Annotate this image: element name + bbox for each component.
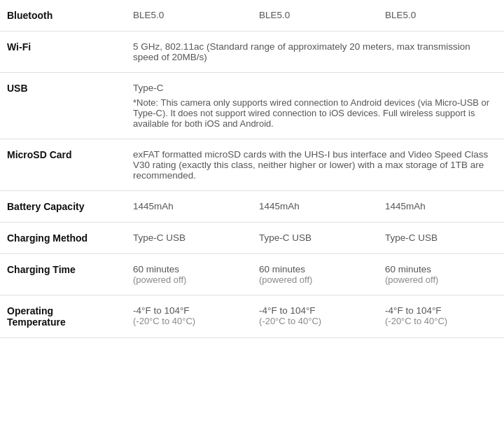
row-value: 5 GHz, 802.11ac (Standard range of appro…: [126, 32, 504, 73]
table-row: Charging MethodType-C USBType-C USBType-…: [0, 223, 504, 254]
row-value: 60 minutes(powered off): [252, 254, 378, 295]
row-value: Type-C USB: [378, 223, 504, 254]
row-value: 1445mAh: [378, 191, 504, 223]
row-value: -4°F to 104°F(-20°C to 40°C): [252, 295, 378, 338]
row-label: Charging Time: [0, 254, 126, 295]
row-label: MicroSD Card: [0, 139, 126, 191]
row-value: -4°F to 104°F(-20°C to 40°C): [378, 295, 504, 338]
table-row: Wi-Fi5 GHz, 802.11ac (Standard range of …: [0, 32, 504, 73]
row-value: BLE5.0: [378, 0, 504, 32]
row-label: USB: [0, 73, 126, 139]
row-label: Charging Method: [0, 223, 126, 254]
spec-table: BluetoothBLE5.0BLE5.0BLE5.0Wi-Fi5 GHz, 8…: [0, 0, 504, 338]
row-value: Type-C*Note: This camera only supports w…: [126, 73, 504, 139]
row-value: BLE5.0: [252, 0, 378, 32]
table-row: USBType-C*Note: This camera only support…: [0, 73, 504, 139]
row-value: -4°F to 104°F(-20°C to 40°C): [126, 295, 252, 338]
row-value: Type-C USB: [126, 223, 252, 254]
table-row: Charging Time60 minutes(powered off)60 m…: [0, 254, 504, 295]
row-value: BLE5.0: [126, 0, 252, 32]
row-value: exFAT formatted microSD cards with the U…: [126, 139, 504, 191]
row-value: 1445mAh: [252, 191, 378, 223]
row-label: OperatingTemperature: [0, 295, 126, 338]
row-label: Battery Capacity: [0, 191, 126, 223]
table-row: BluetoothBLE5.0BLE5.0BLE5.0: [0, 0, 504, 32]
table-row: Battery Capacity1445mAh1445mAh1445mAh: [0, 191, 504, 223]
row-label: Bluetooth: [0, 0, 126, 32]
table-row: OperatingTemperature-4°F to 104°F(-20°C …: [0, 295, 504, 338]
row-value: 60 minutes(powered off): [378, 254, 504, 295]
table-row: MicroSD CardexFAT formatted microSD card…: [0, 139, 504, 191]
row-label: Wi-Fi: [0, 32, 126, 73]
row-value: 1445mAh: [126, 191, 252, 223]
row-value: Type-C USB: [252, 223, 378, 254]
row-value: 60 minutes(powered off): [126, 254, 252, 295]
